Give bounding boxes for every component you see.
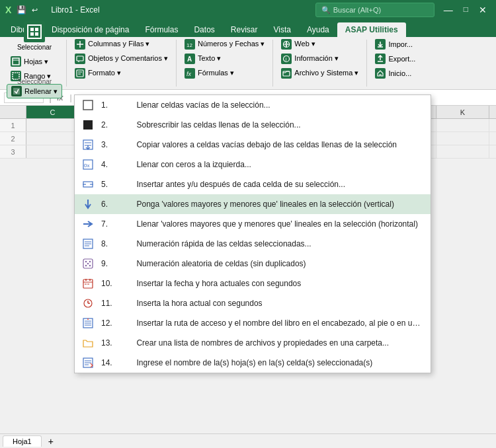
corner-cell (0, 106, 26, 118)
svg-rect-1 (30, 28, 34, 31)
hojas-label: Hojas ▾ (24, 57, 48, 66)
texto-button[interactable]: A Texto ▾ (181, 52, 269, 65)
dropdown-menu: 1. Llenar celdas vacías de la selección.… (74, 94, 431, 373)
menu-item-14-num: 14. (101, 358, 130, 367)
svg-text:A: A (187, 56, 192, 63)
menu-item-13[interactable]: 13. Crear una lista de nombres de archiv… (75, 333, 431, 353)
tab-ayuda[interactable]: Ayuda (299, 22, 337, 37)
rellenar-icon (11, 86, 22, 96)
tab-datos[interactable]: Datos (186, 22, 222, 37)
quick-access-undo[interactable]: ↩ (32, 6, 38, 15)
tab-formulas[interactable]: Fórmulas (137, 22, 186, 37)
arrow-down-icon (81, 198, 95, 211)
menu-item-8[interactable]: 8. Numeración rápida de las celdas selec… (75, 234, 431, 254)
svg-rect-12 (77, 70, 83, 77)
arrow-right-icon (81, 217, 95, 231)
formulas-button[interactable]: fx Fórmulas ▾ (181, 67, 269, 80)
importar-button[interactable]: Impor... (371, 38, 419, 51)
menu-item-6[interactable]: 6. Ponga 'valores mayores y menores que'… (75, 194, 431, 214)
svg-point-44 (89, 265, 91, 266)
cell-k2[interactable] (436, 132, 489, 145)
web-button[interactable]: Web ▾ (277, 38, 362, 51)
cell-c2[interactable] (26, 132, 79, 145)
menu-item-10-num: 10. (101, 279, 130, 288)
menu-item-2-label: Sobrescribir las celdas llenas de la sel… (136, 120, 424, 130)
menu-item-2[interactable]: 2. Sobrescribir las celdas llenas de la … (75, 115, 431, 135)
empty-white-square-icon (81, 98, 95, 112)
menu-item-10[interactable]: 10. Insertar la fecha y hora actuales co… (75, 274, 431, 293)
svg-rect-3 (30, 32, 34, 36)
cell-c1[interactable] (26, 119, 79, 131)
seleccionar-icon (24, 21, 45, 42)
menu-item-9-num: 9. (101, 259, 130, 268)
menu-item-3[interactable]: 3. Copiar valores a celdas vacías debajo… (75, 135, 431, 155)
cell-k1[interactable] (436, 119, 489, 131)
col-header-c[interactable]: C (26, 106, 79, 118)
menu-item-1[interactable]: 1. Llenar celdas vacías de la selección.… (75, 95, 431, 115)
menu-item-9[interactable]: 9. Numeración aleatoria de celdas (sin d… (75, 254, 431, 274)
menu-item-4[interactable]: 0x 4. Llenar con ceros a la izquierda... (75, 155, 431, 174)
random-icon (81, 257, 95, 270)
menu-item-14[interactable]: 14. Ingrese el nombre de la(s) hoja(s) e… (75, 353, 431, 373)
quick-access-save[interactable]: 💾 (17, 5, 26, 15)
menu-item-2-num: 2. (101, 120, 130, 130)
menu-item-1-label: Llenar celdas vacías de la selección... (136, 100, 424, 110)
cell-k3[interactable] (436, 145, 489, 158)
formato-button[interactable]: Formato ▾ (71, 67, 172, 80)
add-sheet-button[interactable]: + (44, 436, 58, 447)
rellenar-button[interactable]: Rellenar ▾ (7, 84, 62, 98)
folder-icon (81, 336, 95, 350)
tab-vista[interactable]: Vista (266, 22, 299, 37)
hojas-icon (11, 56, 21, 67)
menu-item-13-label: Crear una lista de nombres de archivos y… (136, 338, 424, 348)
informacion-button[interactable]: i Información ▾ (277, 52, 362, 65)
calendar-icon (81, 277, 95, 290)
menu-item-7-num: 7. (101, 219, 130, 229)
objetos-comentarios-button[interactable]: Objetos y Comentarios ▾ (71, 52, 172, 65)
menu-item-6-num: 6. (101, 200, 130, 209)
svg-point-43 (85, 265, 87, 266)
objetos-comentarios-label: Objetos y Comentarios ▾ (88, 54, 168, 63)
sheet-tab-hoja1[interactable]: Hoja1 (3, 435, 42, 447)
objetos-comentarios-icon (75, 54, 85, 64)
numeros-fechas-button[interactable]: 12 Números y Fechas ▾ (181, 38, 269, 51)
search-placeholder: Buscar (Alt+Q) (333, 6, 381, 14)
menu-item-12-label: Insertar la ruta de acceso y el nombre d… (136, 318, 424, 328)
seleccionar-button[interactable]: Seleccionar (13, 19, 56, 54)
menu-item-11[interactable]: 11. Inserta la hora actual con segundos (75, 293, 431, 313)
svg-point-40 (85, 261, 87, 262)
columnas-filas-button[interactable]: Columnas y Filas ▾ (71, 38, 172, 51)
tab-revisar[interactable]: Revisar (223, 22, 266, 37)
menu-item-5[interactable]: 5. Insertar antes y/u después de cada ce… (75, 174, 431, 194)
menu-item-7-label: Llenar 'valores mayores que y menores qu… (136, 219, 424, 229)
ribbon-group-seleccionar: Seleccionar Hojas ▾ Rango ▾ Rellenar ▾ (3, 40, 67, 87)
web-icon (281, 39, 292, 50)
menu-item-7[interactable]: 7. Llenar 'valores mayores que y menores… (75, 214, 431, 234)
inicio-button[interactable]: Inicio... (371, 67, 419, 80)
svg-point-42 (87, 263, 89, 264)
tab-disposicion[interactable]: Disposición de página (44, 22, 137, 37)
numbering-icon (81, 237, 95, 250)
menu-item-6-label: Ponga 'valores mayores y menores que' li… (136, 200, 424, 209)
svg-rect-5 (13, 58, 19, 65)
minimize-button[interactable]: — (440, 5, 457, 15)
tab-asap-utilities[interactable]: ASAP Utilities (337, 22, 406, 37)
svg-rect-50 (87, 283, 89, 285)
formula-bar-divider2: | (70, 93, 72, 102)
svg-rect-25 (83, 100, 93, 110)
menu-item-3-label: Copiar valores a celdas vacías debajo de… (136, 140, 424, 149)
maximize-button[interactable]: □ (460, 5, 472, 15)
close-button[interactable]: ✕ (475, 5, 491, 15)
archivo-sistema-button[interactable]: Archivo y Sistema ▾ (277, 67, 362, 80)
col-header-k[interactable]: K (436, 106, 489, 118)
ribbon-row-buttons-4: Web ▾ i Información ▾ Archivo y Sistema … (277, 38, 362, 80)
search-box[interactable]: 🔍 Buscar (Alt+Q) (315, 3, 434, 17)
zeros-left-icon: 0x (81, 158, 95, 171)
menu-item-12[interactable]: 12. Insertar la ruta de acceso y el nomb… (75, 313, 431, 333)
cell-c3[interactable] (26, 145, 79, 158)
formulas-icon: fx (185, 68, 195, 79)
title-bar: X 💾 ↩ Libro1 - Excel 🔍 Buscar (Alt+Q) — … (0, 0, 496, 20)
exportar-button[interactable]: Export... (371, 52, 419, 65)
hojas-button[interactable]: Hojas ▾ (7, 55, 62, 68)
ribbon-row-buttons: Hojas ▾ Rango ▾ Rellenar ▾ (7, 55, 62, 98)
